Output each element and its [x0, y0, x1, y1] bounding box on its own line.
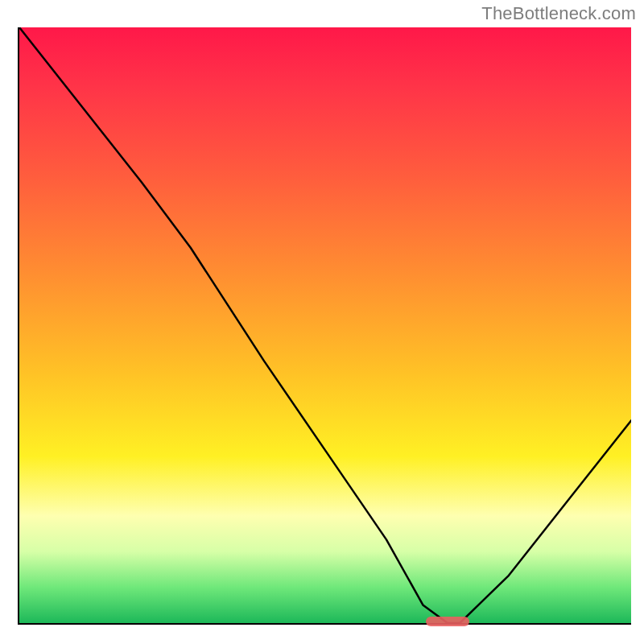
watermark-text: TheBottleneck.com [481, 3, 636, 24]
chart-canvas: TheBottleneck.com [0, 0, 644, 644]
plot-area [18, 27, 631, 625]
bottleneck-curve [19, 27, 631, 623]
optimal-range-marker [426, 617, 469, 626]
